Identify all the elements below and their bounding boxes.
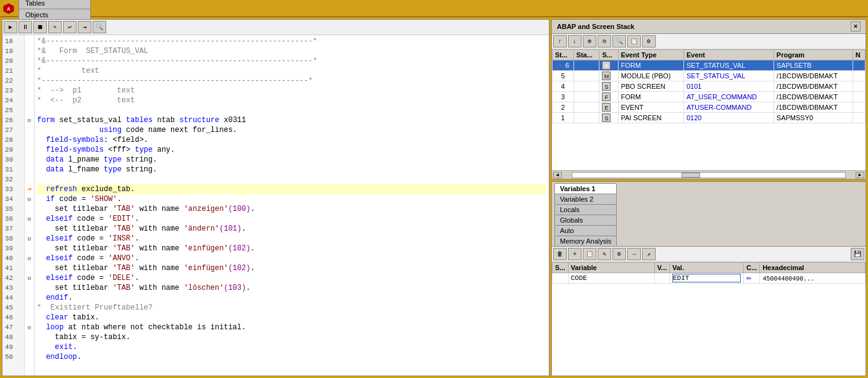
- code-line: [37, 105, 546, 115]
- vars-tb-6[interactable]: →: [627, 248, 641, 260]
- col-event-type: Event Type: [618, 50, 683, 60]
- col-st: St...: [553, 50, 574, 60]
- vars-tab-variables-1[interactable]: Variables 1: [554, 183, 617, 194]
- val-input[interactable]: [672, 274, 741, 282]
- code-line: data l_fname type string.: [37, 165, 546, 175]
- vars-tabs: Variables 1Variables 2LocalsGlobalsAutoM…: [552, 182, 866, 247]
- stack-cell-program: SAPMSSY0: [774, 113, 853, 123]
- stack-cell-st: 2: [553, 102, 574, 113]
- line-numbers: 1819202122232425262728293031323334353637…: [2, 35, 25, 376]
- stack-tb-4[interactable]: ⊖: [598, 35, 611, 47]
- vars-cell-hex: 45004400490...: [760, 273, 866, 284]
- stack-cell-event-type: FORM: [618, 60, 683, 71]
- vars-col-val: Val.: [670, 263, 744, 273]
- vars-tabs-items: Variables 1Variables 2LocalsGlobalsAutoM…: [554, 183, 618, 246]
- code-line: [37, 175, 546, 184]
- stack-tb-5[interactable]: 🔍: [612, 35, 626, 47]
- toolbar-icon-3[interactable]: ⏹: [33, 21, 47, 33]
- code-line: * --> p1 text: [37, 86, 546, 96]
- stack-cell-n: [853, 113, 865, 123]
- code-lines[interactable]: *&--------------------------------------…: [35, 35, 549, 376]
- stack-cell-event-type: PAI SCREEN: [618, 113, 683, 123]
- scroll-left[interactable]: ◀: [553, 172, 562, 178]
- stack-cell-n: [853, 92, 865, 102]
- stack-cell-st: 5: [553, 71, 574, 81]
- vars-col-c: C...: [744, 263, 760, 273]
- vars-data-table: S... Variable V... Val. C... Hexadecimal…: [552, 262, 866, 284]
- vars-tab-memory-analysis[interactable]: Memory Analysis: [554, 236, 617, 246]
- stack-cell-sta: [574, 92, 599, 102]
- vars-tab-globals[interactable]: Globals: [554, 215, 617, 225]
- stack-row[interactable]: 1 S PAI SCREEN 0120 SAPMSSY0: [553, 113, 866, 123]
- vars-tb-3[interactable]: 📋: [583, 248, 596, 260]
- code-line: elseif code = 'DELE'.: [37, 273, 546, 283]
- vars-tb-save[interactable]: 💾: [851, 248, 864, 260]
- vars-tb-2[interactable]: +: [568, 248, 582, 260]
- code-line: endif.: [37, 293, 546, 303]
- stack-row[interactable]: 2 E EVENT ATUSER-COMMAND /1BCDWB/DBMAKT: [553, 102, 866, 113]
- vars-cell-variable: CODE: [568, 273, 654, 284]
- code-panel: ▶ ⏸ ⏹ ↷ ↩ ⇥ 🔍 18192021222324252627282930…: [2, 19, 549, 376]
- col-event: Event: [683, 50, 774, 60]
- vars-cell-c: ✏: [744, 273, 760, 284]
- main-container: ▶ ⏸ ⏹ ↷ ↩ ⇥ 🔍 18192021222324252627282930…: [0, 17, 868, 378]
- stack-row[interactable]: → 6 F FORM SET_STATUS_VAL SAPLSETB: [553, 60, 866, 71]
- toolbar-icon-7[interactable]: 🔍: [93, 21, 106, 33]
- vars-table[interactable]: S... Variable V... Val. C... Hexadecimal…: [552, 262, 866, 376]
- scroll-right[interactable]: ▶: [856, 172, 864, 178]
- stack-row[interactable]: 3 F FORM AT_USER_COMMAND /1BCDWB/DBMAKT: [553, 92, 866, 102]
- stack-scrollbar[interactable]: ◀ ▶: [552, 170, 866, 179]
- code-line: elseif code = 'EDIT'.: [37, 214, 546, 224]
- vars-tab-auto[interactable]: Auto: [554, 225, 617, 236]
- stack-tb-2[interactable]: ↓: [568, 35, 582, 47]
- vars-panel: Variables 1Variables 2LocalsGlobalsAutoM…: [551, 181, 866, 376]
- code-line: set titlebar 'TAB' with name 'löschen'(1…: [37, 283, 546, 293]
- vars-tb-5[interactable]: ⚙: [612, 248, 626, 260]
- vars-tab-locals[interactable]: Locals: [554, 204, 617, 215]
- stack-toolbar: ↑ ↓ ⊕ ⊖ 🔍 📋 ⚙: [552, 34, 866, 49]
- vars-tb-4[interactable]: ✎: [598, 248, 611, 260]
- toolbar-icon-2[interactable]: ⏸: [19, 21, 32, 33]
- right-panel: ABAP and Screen Stack ✕ ↑ ↓ ⊕ ⊖ 🔍 📋 ⚙ S: [551, 19, 866, 376]
- stack-cell-event: ATUSER-COMMAND: [683, 102, 774, 113]
- vars-cell-val[interactable]: [670, 273, 744, 284]
- stack-cell-event-type: PBO SCREEN: [618, 81, 683, 92]
- stack-cell-event-type: EVENT: [618, 102, 683, 113]
- toolbar-icon-1[interactable]: ▶: [4, 21, 17, 33]
- stack-cell-st: → 6: [553, 60, 574, 71]
- stack-panel: ABAP and Screen Stack ✕ ↑ ↓ ⊕ ⊖ 🔍 📋 ⚙ S: [551, 19, 866, 179]
- scrollbar-thumb[interactable]: [682, 173, 700, 178]
- code-line: if code = 'SHOW'.: [37, 194, 546, 204]
- vars-tb-7[interactable]: ↗: [642, 248, 656, 260]
- code-content: 1819202122232425262728293031323334353637…: [2, 35, 549, 376]
- stack-cell-s: F: [599, 92, 618, 102]
- toolbar-icon-6[interactable]: ⇥: [78, 21, 91, 33]
- stack-cell-s: E: [599, 102, 618, 113]
- col-sta: Sta...: [574, 50, 599, 60]
- toolbar-icon-4[interactable]: ↷: [48, 21, 62, 33]
- stack-data-table: St... Sta... S... Event Type Event Progr…: [552, 49, 866, 123]
- code-line: elseif code = 'INSR'.: [37, 234, 546, 244]
- stack-cell-event: SET_STATUS_VAL: [683, 60, 774, 71]
- stack-cell-event-type: FORM: [618, 92, 683, 102]
- stack-tb-7[interactable]: ⚙: [642, 35, 656, 47]
- tab-tables[interactable]: Tables: [19, 0, 91, 9]
- stack-tb-6[interactable]: 📋: [627, 35, 641, 47]
- stack-close-btn[interactable]: ✕: [851, 22, 861, 31]
- vars-tab-variables-2[interactable]: Variables 2: [554, 194, 617, 204]
- stack-row[interactable]: 4 S PBO SCREEN 0101 /1BCDWB/DBMAKT: [553, 81, 866, 92]
- stack-cell-event: SET_STATUS_VAL: [683, 71, 774, 81]
- stack-tb-3[interactable]: ⊕: [583, 35, 596, 47]
- code-line: refresh exclude_tab.: [37, 184, 546, 194]
- toolbar-icon-5[interactable]: ↩: [63, 21, 77, 33]
- stack-table[interactable]: St... Sta... S... Event Type Event Progr…: [552, 49, 866, 170]
- code-line: * Existiert Prueftabelle?: [37, 303, 546, 313]
- vars-tb-1[interactable]: 🗑: [553, 248, 567, 260]
- stack-cell-program: /1BCDWB/DBMAKT: [774, 81, 853, 92]
- h-scrollbar[interactable]: [572, 172, 846, 178]
- stack-tb-1[interactable]: ↑: [553, 35, 567, 47]
- vars-col-s: S...: [553, 263, 569, 273]
- stack-row[interactable]: 5 M MODULE (PBO) SET_STATUS_VAL /1BCDWB/…: [553, 71, 866, 81]
- vars-row[interactable]: CODE ✏ 45004400490...: [553, 273, 866, 284]
- stack-cell-st: 1: [553, 113, 574, 123]
